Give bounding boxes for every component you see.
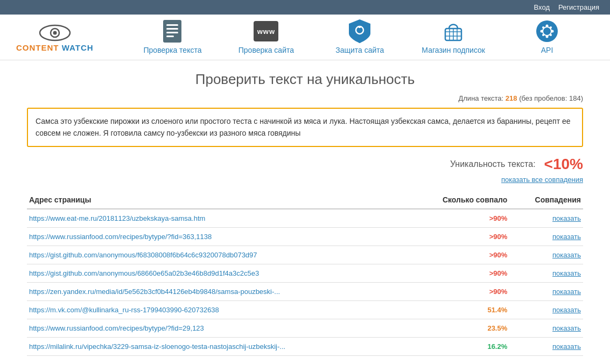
svg-rect-6 (166, 32, 178, 33)
text-content-box: Самса это узбекские пирожки из слоеного … (27, 108, 583, 147)
col-action-header: Совпадения (509, 191, 583, 209)
table-cell-pct: >90% (408, 282, 509, 300)
url-link[interactable]: https://m.vk.com/@kullinarka_ru-rss-1799… (29, 306, 219, 314)
nav-check-site[interactable]: www Проверка сайта (234, 20, 298, 54)
url-link[interactable]: https://zen.yandex.ru/media/id/5e562b3cf… (29, 288, 280, 296)
text-length: Длина текста: 218 (без пробелов: 184) (27, 94, 583, 102)
nav-api-label: API (541, 46, 553, 54)
show-all-matches-link[interactable]: показать все совпадения (501, 176, 583, 184)
table-cell-url: https://m.vk.com/@kullinarka_ru-rss-1799… (27, 300, 408, 319)
table-cell-action: показать (509, 319, 583, 337)
results-table: Адрес страницы Сколько совпало Совпадени… (27, 191, 583, 356)
url-link[interactable]: https://gist.github.com/anonymous/f68308… (29, 251, 257, 259)
shield-icon (347, 20, 372, 43)
uniqueness-value: <10% (544, 156, 583, 173)
table-cell-url: https://www.russianfood.com/recipes/byty… (27, 319, 408, 337)
show-link[interactable]: показать (552, 342, 581, 351)
table-cell-pct: 23.5% (408, 319, 509, 337)
url-link[interactable]: https://gist.github.com/anonymous/68660e… (29, 269, 259, 277)
table-cell-pct: >90% (408, 264, 509, 282)
show-link[interactable]: показать (552, 251, 581, 259)
svg-point-22 (550, 26, 552, 29)
table-row: https://www.eat-me.ru/20181123/uzbekskay… (27, 209, 583, 228)
table-row: https://www.russianfood.com/recipes/byty… (27, 227, 583, 246)
table-cell-pct: >90% (408, 227, 509, 246)
main-content: Проверить текст на уникальность Длина те… (0, 60, 610, 364)
url-link[interactable]: https://milalink.ru/vipechka/3229-samsa-… (29, 342, 285, 351)
api-icon (535, 20, 559, 43)
url-link[interactable]: https://www.russianfood.com/recipes/byty… (29, 233, 212, 241)
logo-text: CONTENT WATCH (16, 43, 94, 52)
table-cell-url: https://milalink.ru/vipechka/3229-samsa-… (27, 337, 408, 355)
table-cell-pct: 51.4% (408, 300, 509, 319)
nav-check-site-label: Проверка сайта (239, 46, 294, 54)
nav-shop[interactable]: Магазин подписок (421, 20, 486, 54)
url-link[interactable]: https://www.russianfood.com/recipes/byty… (29, 324, 204, 332)
table-cell-pct: >90% (408, 246, 509, 264)
table-cell-action: показать (509, 300, 583, 319)
svg-point-18 (546, 36, 549, 38)
table-cell-url: https://www.eat-me.ru/20181123/uzbekskay… (27, 209, 408, 228)
table-cell-action: показать (509, 246, 583, 264)
table-cell-url: https://zen.yandex.ru/media/id/5e562b3cf… (27, 282, 408, 300)
svg-point-17 (546, 25, 549, 27)
svg-point-2 (53, 31, 57, 34)
table-row: https://www.russianfood.com/recipes/byty… (27, 319, 583, 337)
register-link[interactable]: Регистрация (558, 3, 599, 11)
show-link[interactable]: показать (552, 214, 581, 222)
basket-icon (441, 20, 466, 43)
header: CONTENT WATCH Проверка текста www Провер… (0, 15, 610, 60)
table-header-row: Адрес страницы Сколько совпало Совпадени… (27, 191, 583, 209)
nav-api[interactable]: API (515, 20, 579, 54)
show-link[interactable]: показать (552, 269, 581, 277)
svg-rect-3 (163, 20, 181, 43)
svg-point-21 (542, 26, 544, 29)
top-bar: Вход Регистрация (0, 0, 610, 15)
table-cell-pct: 16.2% (408, 337, 509, 355)
show-all-link: показать все совпадения (27, 175, 583, 184)
uniqueness-label: Уникальность текста: (450, 159, 536, 169)
table-row: https://m.vk.com/@kullinarka_ru-rss-1799… (27, 300, 583, 319)
svg-point-15 (536, 20, 558, 42)
table-row: https://gist.github.com/anonymous/68660e… (27, 264, 583, 282)
main-nav: Проверка текста www Проверка сайта Защит… (126, 20, 594, 54)
table-cell-url: https://gist.github.com/anonymous/f68308… (27, 246, 408, 264)
table-cell-action: показать (509, 227, 583, 246)
col-pct-header: Сколько совпало (408, 191, 509, 209)
table-cell-url: https://gist.github.com/anonymous/68660e… (27, 264, 408, 282)
logo-icon (39, 23, 71, 43)
table-row: https://gist.github.com/anonymous/f68308… (27, 246, 583, 264)
svg-rect-5 (166, 28, 178, 30)
table-cell-url: https://www.russianfood.com/recipes/byty… (27, 227, 408, 246)
show-link[interactable]: показать (552, 324, 581, 332)
table-row: https://zen.yandex.ru/media/id/5e562b3cf… (27, 282, 583, 300)
svg-point-20 (551, 30, 554, 33)
logo[interactable]: CONTENT WATCH (16, 23, 94, 52)
svg-point-19 (541, 30, 543, 33)
table-cell-pct: >90% (408, 209, 509, 228)
nav-check-text[interactable]: Проверка текста (140, 20, 205, 54)
table-cell-action: показать (509, 264, 583, 282)
svg-point-23 (542, 34, 544, 36)
show-link[interactable]: показать (552, 233, 581, 241)
nav-protect-site[interactable]: Защита сайта (327, 20, 392, 54)
doc-icon (160, 20, 185, 43)
login-link[interactable]: Вход (534, 3, 550, 11)
www-icon: www (254, 20, 278, 43)
url-link[interactable]: https://www.eat-me.ru/20181123/uzbekskay… (29, 214, 205, 222)
svg-rect-4 (166, 24, 178, 26)
page-title: Проверить текст на уникальность (27, 71, 583, 88)
show-link[interactable]: показать (552, 288, 581, 296)
nav-check-text-label: Проверка текста (144, 46, 202, 54)
table-row: https://milalink.ru/vipechka/3229-samsa-… (27, 337, 583, 355)
nav-protect-site-label: Защита сайта (335, 46, 384, 54)
table-cell-action: показать (509, 282, 583, 300)
svg-rect-9 (359, 26, 361, 28)
nav-shop-label: Магазин подписок (422, 46, 485, 54)
show-link[interactable]: показать (552, 306, 581, 314)
col-url-header: Адрес страницы (27, 191, 408, 209)
svg-point-24 (550, 34, 552, 36)
svg-rect-7 (166, 36, 174, 37)
table-cell-action: показать (509, 337, 583, 355)
uniqueness-row: Уникальность текста: <10% (27, 156, 583, 173)
